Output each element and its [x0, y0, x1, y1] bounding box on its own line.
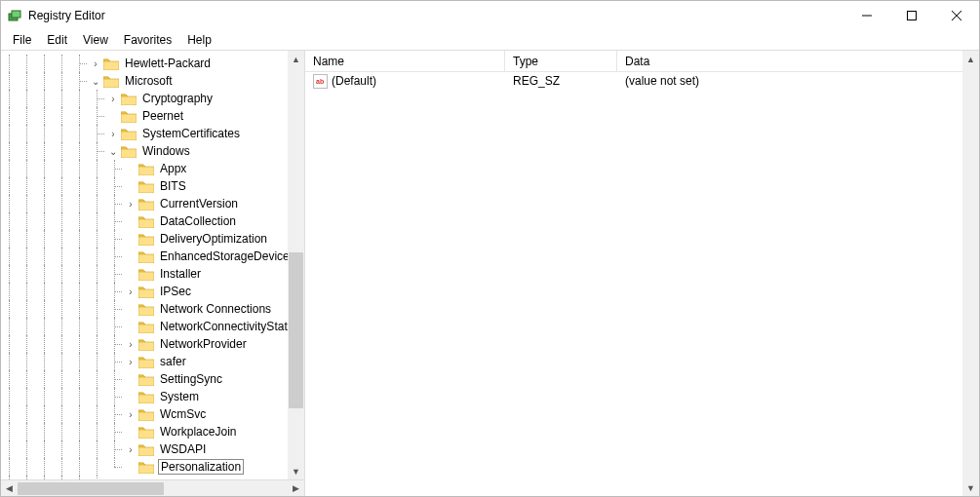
maximize-button[interactable] — [889, 1, 934, 30]
tree-item[interactable]: ›CurrentVersion — [1, 195, 304, 212]
expander-placeholder — [124, 214, 137, 228]
tree-item-label[interactable]: Microsoft — [123, 74, 175, 88]
list-body[interactable]: ab(Default)REG_SZ(value not set) — [305, 72, 979, 496]
expand-icon[interactable]: › — [124, 285, 137, 298]
expander-placeholder — [124, 425, 137, 439]
tree-item-label[interactable]: BITS — [158, 179, 188, 193]
tree-item[interactable]: SettingSync — [1, 370, 304, 388]
menu-edit[interactable]: Edit — [39, 31, 75, 49]
expand-icon[interactable]: › — [124, 442, 137, 456]
column-data[interactable]: Data — [617, 51, 979, 71]
scroll-track[interactable] — [288, 67, 304, 463]
close-button[interactable] — [934, 1, 979, 30]
tree-item-label[interactable]: WSDAPI — [158, 442, 208, 456]
tree-item[interactable]: ›SystemCertificates — [1, 125, 304, 142]
tree-item-label[interactable]: WorkplaceJoin — [158, 425, 238, 439]
folder-icon — [121, 110, 137, 123]
tree-item-label[interactable]: DeliveryOptimization — [158, 232, 269, 246]
tree-item-label[interactable]: Personalization — [158, 459, 244, 475]
tree-item[interactable]: Peernet — [1, 107, 304, 125]
tree-item[interactable]: Network Connections — [1, 300, 304, 318]
expand-icon[interactable]: › — [89, 57, 102, 70]
scroll-down-button[interactable]: ▼ — [962, 479, 979, 496]
tree-scroll[interactable]: ›Hewlett-Packard⌄Microsoft›CryptographyP… — [1, 51, 304, 479]
value-data: (value not set) — [617, 74, 979, 88]
scroll-track[interactable] — [18, 481, 288, 496]
scroll-track[interactable] — [962, 67, 979, 479]
column-name[interactable]: Name — [305, 51, 505, 71]
tree-item-label[interactable]: Windows — [140, 144, 192, 158]
tree-item[interactable]: ›Hewlett-Packard — [1, 55, 304, 72]
tree-item[interactable]: BITS — [1, 177, 304, 195]
scroll-left-button[interactable]: ◀ — [1, 481, 18, 496]
collapse-icon[interactable]: ⌄ — [106, 144, 120, 158]
window-controls — [844, 1, 979, 30]
tree-item-label[interactable]: NetworkProvider — [158, 337, 249, 351]
titlebar[interactable]: Registry Editor — [1, 1, 979, 30]
tree-item[interactable]: NetworkConnectivityStatus — [1, 318, 304, 335]
tree-item[interactable]: ⌄Microsoft — [1, 72, 304, 90]
menu-help[interactable]: Help — [179, 31, 219, 49]
expander-placeholder — [124, 390, 137, 403]
scroll-thumb[interactable] — [18, 482, 164, 495]
folder-icon — [138, 286, 154, 298]
tree-item-label[interactable]: EnhancedStorageDevices — [158, 249, 297, 263]
value-name[interactable]: ab(Default) — [305, 74, 505, 89]
menubar: File Edit View Favorites Help — [1, 30, 979, 50]
tree-horizontal-scrollbar[interactable]: ◀ ▶ — [1, 479, 304, 496]
tree-item[interactable]: ›NetworkProvider — [1, 335, 304, 353]
tree-item[interactable]: ›IPSec — [1, 283, 304, 300]
expand-icon[interactable]: › — [124, 355, 137, 368]
expand-icon[interactable]: › — [106, 127, 120, 140]
expand-icon[interactable]: › — [124, 407, 137, 421]
tree-item[interactable]: Personalization — [1, 458, 304, 476]
tree-item-label[interactable]: safer — [158, 355, 188, 368]
tree-item-label[interactable]: IPSec — [158, 285, 193, 298]
tree-item[interactable]: Installer — [1, 265, 304, 283]
list-vertical-scrollbar[interactable]: ▲ ▼ — [962, 51, 979, 496]
list-row[interactable]: ab(Default)REG_SZ(value not set) — [305, 72, 979, 90]
tree-item-label[interactable]: NetworkConnectivityStatus — [158, 320, 301, 333]
scroll-thumb[interactable] — [289, 252, 303, 408]
svg-text:ab: ab — [316, 78, 324, 85]
expand-icon[interactable]: › — [124, 337, 137, 351]
tree-item[interactable]: WorkplaceJoin — [1, 423, 304, 440]
tree-item[interactable]: DataCollection — [1, 212, 304, 230]
tree-item-label[interactable]: Cryptography — [140, 92, 215, 105]
menu-favorites[interactable]: Favorites — [116, 31, 179, 49]
tree-item[interactable]: System — [1, 388, 304, 405]
tree-item-label[interactable]: Network Connections — [158, 302, 273, 316]
scroll-right-button[interactable]: ▶ — [288, 481, 304, 496]
tree-item[interactable]: ›safer — [1, 353, 304, 370]
tree-item[interactable]: ›WSDAPI — [1, 440, 304, 458]
tree-pane: ›Hewlett-Packard⌄Microsoft›CryptographyP… — [1, 51, 305, 496]
tree-item[interactable]: Appx — [1, 160, 304, 177]
tree-item[interactable]: EnhancedStorageDevices — [1, 248, 304, 265]
menu-view[interactable]: View — [75, 31, 116, 49]
column-type[interactable]: Type — [505, 51, 617, 71]
expand-icon[interactable]: › — [106, 92, 120, 105]
scroll-down-button[interactable]: ▼ — [288, 463, 304, 479]
tree-item-label[interactable]: SystemCertificates — [140, 127, 242, 140]
tree-item-label[interactable]: DataCollection — [158, 214, 238, 228]
tree-item[interactable]: ›Cryptography — [1, 90, 304, 107]
tree-item-label[interactable]: System — [158, 390, 201, 403]
tree-item[interactable]: ⌄Windows — [1, 142, 304, 160]
tree-vertical-scrollbar[interactable]: ▲ ▼ — [288, 51, 304, 479]
tree-item-label[interactable]: Installer — [158, 267, 203, 281]
expand-icon[interactable]: › — [124, 197, 137, 210]
tree-item-label[interactable]: Peernet — [140, 109, 185, 123]
tree-item-label[interactable]: Appx — [158, 162, 188, 175]
menu-file[interactable]: File — [5, 31, 39, 49]
tree-item-label[interactable]: WcmSvc — [158, 407, 208, 421]
scroll-up-button[interactable]: ▲ — [962, 51, 979, 67]
tree-item-label[interactable]: Hewlett-Packard — [123, 57, 213, 70]
folder-icon — [121, 93, 137, 105]
tree-item[interactable]: ›WcmSvc — [1, 405, 304, 423]
tree-item-label[interactable]: SettingSync — [158, 372, 224, 386]
collapse-icon[interactable]: ⌄ — [89, 74, 102, 88]
tree-item-label[interactable]: CurrentVersion — [158, 197, 240, 210]
minimize-button[interactable] — [844, 1, 889, 30]
scroll-up-button[interactable]: ▲ — [288, 51, 304, 67]
tree-item[interactable]: DeliveryOptimization — [1, 230, 304, 248]
